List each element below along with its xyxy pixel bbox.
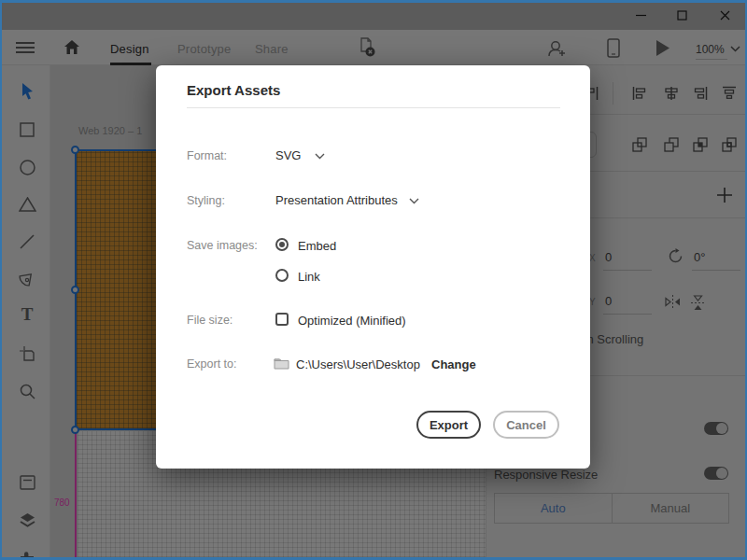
window-border-left: [0, 0, 2, 560]
export-assets-dialog: Export Assets Format: SVG Styling: Prese…: [156, 65, 590, 469]
export-path-value: C:\Users\User\Desktop: [296, 357, 420, 371]
save-images-label: Save images:: [187, 239, 258, 252]
change-path-link[interactable]: Change: [431, 357, 476, 371]
optimized-checkbox[interactable]: [275, 313, 289, 326]
export-button[interactable]: Export: [416, 411, 481, 439]
link-radio[interactable]: [275, 269, 289, 282]
export-to-label: Export to:: [187, 357, 237, 371]
window-border-top: [0, 0, 747, 3]
styling-label: Styling:: [187, 194, 225, 207]
link-radio-label[interactable]: Link: [298, 270, 320, 284]
format-value[interactable]: SVG: [275, 148, 301, 162]
styling-chevron-icon[interactable]: [409, 198, 419, 204]
styling-value[interactable]: Presentation Attributes: [275, 193, 398, 207]
cancel-button[interactable]: Cancel: [493, 411, 559, 439]
embed-radio[interactable]: [275, 238, 289, 251]
folder-icon: [274, 357, 289, 370]
file-size-label: File size:: [187, 314, 233, 327]
format-label: Format:: [187, 149, 227, 162]
embed-radio-label[interactable]: Embed: [298, 239, 336, 253]
dialog-title: Export Assets: [187, 82, 280, 98]
format-chevron-icon[interactable]: [315, 153, 325, 160]
dialog-title-divider: [187, 107, 560, 108]
optimized-checkbox-label[interactable]: Optimized (Minified): [298, 314, 406, 328]
